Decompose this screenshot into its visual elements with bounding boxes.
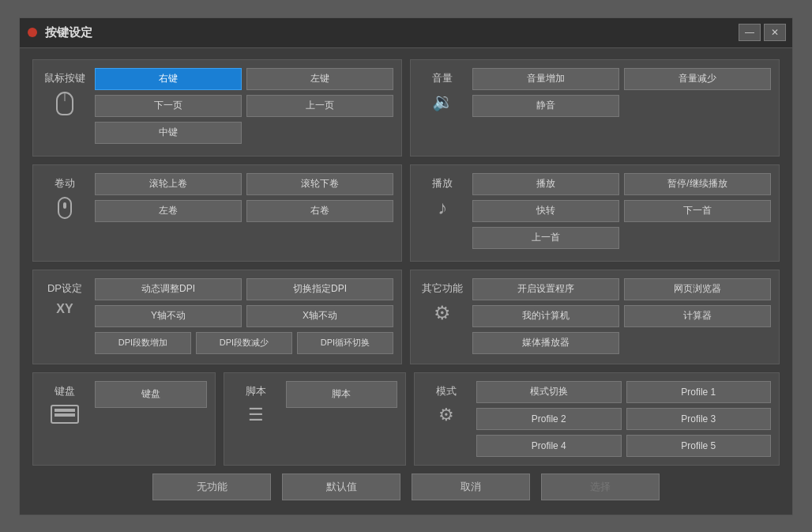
- mode-title: 模式: [436, 384, 457, 398]
- main-window: 按键设定 — ✕ 鼠标按键 右键 左键 下一页: [19, 17, 793, 515]
- play-btn[interactable]: 播放: [472, 173, 619, 195]
- volume-buttons-grid: 音量增加 音量减少 静音: [472, 68, 771, 148]
- scroll-icon: [58, 197, 72, 219]
- next-track-btn[interactable]: 下一首: [624, 200, 771, 222]
- browser-btn[interactable]: 网页浏览器: [624, 278, 771, 300]
- title-bar: 按键设定 — ✕: [20, 18, 792, 48]
- scroll-row-2: 左卷 右卷: [95, 200, 393, 222]
- mode-buttons-grid: 模式切换 Profile 1 Profile 2 Profile 3 Profi…: [476, 381, 771, 457]
- volume-row-2: 静音: [472, 95, 771, 117]
- main-panels: 鼠标按键 右键 左键 下一页 上一页 中键: [32, 59, 780, 262]
- dpi-label: DP设定 XY: [41, 278, 88, 356]
- left-click-btn[interactable]: 左键: [246, 68, 393, 90]
- keyboard-icon: [51, 405, 79, 424]
- vol-up-btn[interactable]: 音量增加: [472, 68, 619, 90]
- keyboard-label: 键盘: [41, 381, 88, 457]
- mode-switch-btn[interactable]: 模式切换: [476, 381, 622, 403]
- other-buttons-grid: 开启设置程序 网页浏览器 我的计算机 计算器 媒体播放器: [472, 278, 771, 356]
- window-title: 按键设定: [45, 25, 92, 40]
- minimize-button[interactable]: —: [739, 24, 761, 41]
- my-computer-btn[interactable]: 我的计算机: [472, 305, 619, 327]
- select-btn[interactable]: 选择: [541, 474, 660, 500]
- prev-page-btn[interactable]: 上一页: [246, 95, 393, 117]
- scroll-title: 卷动: [55, 176, 75, 191]
- script-title: 脚本: [246, 384, 266, 398]
- mouse-empty-btn: [246, 122, 393, 144]
- mouse-icon: [56, 92, 73, 115]
- scroll-buttons-grid: 滚轮上卷 滚轮下卷 左卷 右卷: [95, 173, 393, 253]
- scroll-left-btn[interactable]: 左卷: [95, 200, 242, 222]
- dpi-switch-btn[interactable]: 切换指定DPI: [246, 278, 393, 300]
- dpi-row-2: Y轴不动 X轴不动: [95, 305, 393, 327]
- other-row-1: 开启设置程序 网页浏览器: [472, 278, 771, 300]
- calculator-btn[interactable]: 计算器: [624, 305, 771, 327]
- mode-label: 模式 ⚙: [423, 381, 470, 457]
- next-page-btn[interactable]: 下一页: [95, 95, 242, 117]
- mouse-row-2: 下一页 上一页: [95, 95, 393, 117]
- playback-row-2: 快转 下一首: [472, 200, 771, 222]
- volume-title: 音量: [432, 71, 453, 85]
- media-player-btn[interactable]: 媒体播放器: [472, 332, 619, 354]
- dpi-dec-btn[interactable]: DPI段数减少: [196, 332, 292, 354]
- volume-row-1: 音量增加 音量减少: [472, 68, 771, 90]
- scroll-up-btn[interactable]: 滚轮上卷: [95, 173, 242, 195]
- dpi-y-lock-btn[interactable]: Y轴不动: [95, 305, 242, 327]
- other-row-2: 我的计算机 计算器: [472, 305, 771, 327]
- right-click-btn[interactable]: 右键: [95, 68, 242, 90]
- script-panel: 脚本 ☰ 脚本: [224, 372, 407, 466]
- volume-panel: 音量 🔉 音量增加 音量减少 静音: [410, 59, 780, 157]
- dpi-x-lock-btn[interactable]: X轴不动: [246, 305, 393, 327]
- middle-panels: DP设定 XY 动态调整DPI 切换指定DPI Y轴不动 X轴不动 DPI段数增…: [32, 270, 780, 364]
- no-function-btn[interactable]: 无功能: [152, 474, 271, 500]
- mute-btn[interactable]: 静音: [472, 95, 619, 117]
- dpi-row-3: DPI段数增加 DPI段数减少 DPI循环切换: [95, 332, 393, 354]
- mouse-buttons-panel: 鼠标按键 右键 左键 下一页 上一页 中键: [32, 59, 402, 157]
- keyboard-btn[interactable]: 键盘: [95, 381, 207, 408]
- dpi-row-1: 动态调整DPI 切换指定DPI: [95, 278, 393, 300]
- bottom-panels: 键盘 键盘 脚本 ☰ 脚本: [32, 372, 780, 459]
- profile3-btn[interactable]: Profile 3: [626, 408, 772, 430]
- script-label: 脚本 ☰: [232, 381, 280, 457]
- mode-panel: 模式 ⚙ 模式切换 Profile 1 Profile 2 Profile 3 …: [414, 372, 780, 466]
- volume-label: 音量 🔉: [419, 68, 466, 148]
- prev-track-btn[interactable]: 上一首: [472, 227, 619, 249]
- scroll-down-btn[interactable]: 滚轮下卷: [246, 173, 393, 195]
- scroll-row-1: 滚轮上卷 滚轮下卷: [95, 173, 393, 195]
- cancel-btn[interactable]: 取消: [412, 474, 530, 500]
- footer: 无功能 默认值 取消 选择: [32, 467, 780, 504]
- dpi-dynamic-btn[interactable]: 动态调整DPI: [95, 278, 242, 300]
- profile4-btn[interactable]: Profile 4: [476, 435, 622, 457]
- dpi-inc-btn[interactable]: DPI段数增加: [95, 332, 191, 354]
- vol-down-btn[interactable]: 音量减少: [624, 68, 771, 90]
- pause-resume-btn[interactable]: 暂停/继续播放: [624, 173, 771, 195]
- profile5-btn[interactable]: Profile 5: [626, 435, 772, 457]
- profile2-btn[interactable]: Profile 2: [476, 408, 622, 430]
- other-empty-btn: [624, 332, 771, 354]
- playback-title: 播放: [432, 176, 453, 191]
- open-settings-btn[interactable]: 开启设置程序: [472, 278, 619, 300]
- close-button[interactable]: ✕: [764, 24, 786, 41]
- title-controls: — ✕: [739, 24, 786, 41]
- mode-row-1: 模式切换 Profile 1: [476, 381, 771, 403]
- content-area: 鼠标按键 右键 左键 下一页 上一页 中键: [20, 48, 792, 515]
- other-label: 其它功能 ⚙: [419, 278, 466, 356]
- mouse-buttons-title: 鼠标按键: [44, 71, 85, 85]
- default-btn[interactable]: 默认值: [282, 474, 400, 500]
- fast-forward-btn[interactable]: 快转: [472, 200, 619, 222]
- playback-row-1: 播放 暂停/继续播放: [472, 173, 771, 195]
- dpi-buttons-grid: 动态调整DPI 切换指定DPI Y轴不动 X轴不动 DPI段数增加 DPI段数减…: [95, 278, 393, 356]
- script-btn[interactable]: 脚本: [286, 381, 398, 408]
- middle-click-btn[interactable]: 中键: [95, 122, 242, 144]
- scroll-right-btn[interactable]: 右卷: [246, 200, 393, 222]
- vol-empty-btn: [624, 95, 771, 117]
- dpi-cycle-btn[interactable]: DPI循环切换: [297, 332, 393, 354]
- mouse-buttons-grid: 右键 左键 下一页 上一页 中键: [95, 68, 393, 148]
- dpi-title: DP设定: [47, 281, 82, 296]
- other-row-3: 媒体播放器: [472, 332, 771, 354]
- script-row-1: 脚本: [286, 381, 398, 408]
- playback-buttons-grid: 播放 暂停/继续播放 快转 下一首 上一首: [472, 173, 771, 253]
- profile1-btn[interactable]: Profile 1: [626, 381, 772, 403]
- music-icon: ♪: [438, 197, 447, 219]
- scroll-label: 卷动: [41, 173, 88, 253]
- other-title: 其它功能: [422, 281, 463, 296]
